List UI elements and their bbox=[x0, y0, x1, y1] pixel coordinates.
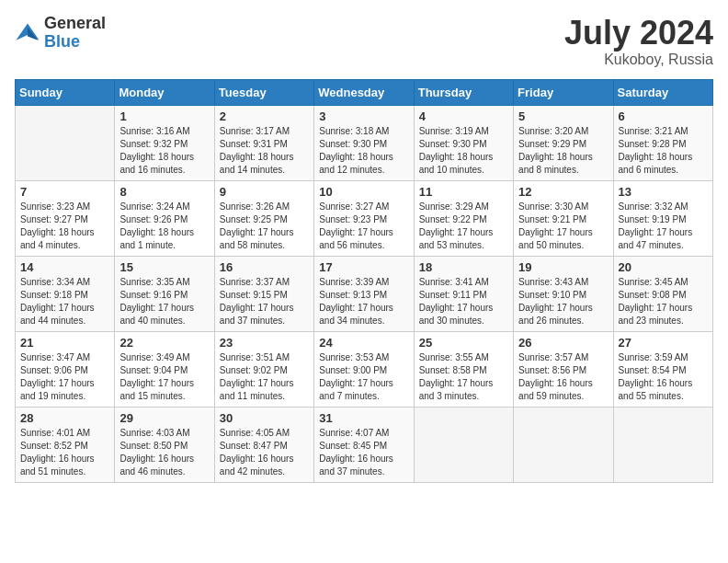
calendar-cell: 8Sunrise: 3:24 AM Sunset: 9:26 PM Daylig… bbox=[115, 180, 214, 256]
calendar-cell: 12Sunrise: 3:30 AM Sunset: 9:21 PM Dayli… bbox=[514, 180, 613, 256]
weekday-header-friday: Friday bbox=[514, 79, 613, 105]
calendar-cell: 18Sunrise: 3:41 AM Sunset: 9:11 PM Dayli… bbox=[414, 256, 513, 331]
calendar-cell: 27Sunrise: 3:59 AM Sunset: 8:54 PM Dayli… bbox=[613, 331, 712, 407]
day-number: 9 bbox=[220, 185, 309, 199]
day-number: 16 bbox=[220, 260, 309, 274]
day-info: Sunrise: 3:57 AM Sunset: 8:56 PM Dayligh… bbox=[518, 351, 608, 403]
page-header: General Blue July 2024 Kukoboy, Russia bbox=[15, 15, 713, 68]
day-info: Sunrise: 3:24 AM Sunset: 9:26 PM Dayligh… bbox=[119, 201, 209, 252]
calendar-cell bbox=[613, 407, 712, 482]
calendar-cell bbox=[16, 105, 115, 180]
day-number: 20 bbox=[619, 260, 708, 274]
calendar-cell: 9Sunrise: 3:26 AM Sunset: 9:25 PM Daylig… bbox=[214, 180, 313, 256]
svg-marker-1 bbox=[28, 27, 38, 40]
calendar-cell: 24Sunrise: 3:53 AM Sunset: 9:00 PM Dayli… bbox=[314, 331, 414, 407]
day-number: 10 bbox=[319, 185, 408, 199]
calendar-cell: 19Sunrise: 3:43 AM Sunset: 9:10 PM Dayli… bbox=[514, 256, 613, 331]
logo: General Blue bbox=[15, 15, 106, 52]
weekday-header-thursday: Thursday bbox=[414, 79, 513, 105]
weekday-header-row: SundayMondayTuesdayWednesdayThursdayFrid… bbox=[16, 79, 713, 105]
calendar-cell: 6Sunrise: 3:21 AM Sunset: 9:28 PM Daylig… bbox=[613, 105, 712, 180]
day-number: 15 bbox=[119, 260, 209, 274]
calendar-cell: 15Sunrise: 3:35 AM Sunset: 9:16 PM Dayli… bbox=[115, 256, 214, 331]
calendar-cell bbox=[514, 407, 613, 482]
day-info: Sunrise: 3:20 AM Sunset: 9:29 PM Dayligh… bbox=[518, 125, 608, 177]
calendar-cell: 23Sunrise: 3:51 AM Sunset: 9:02 PM Dayli… bbox=[214, 331, 313, 407]
day-info: Sunrise: 4:03 AM Sunset: 8:50 PM Dayligh… bbox=[119, 427, 209, 478]
day-info: Sunrise: 4:05 AM Sunset: 8:47 PM Dayligh… bbox=[220, 427, 309, 478]
day-info: Sunrise: 3:17 AM Sunset: 9:31 PM Dayligh… bbox=[220, 125, 309, 177]
day-info: Sunrise: 3:55 AM Sunset: 8:58 PM Dayligh… bbox=[419, 351, 508, 403]
logo-text-blue: Blue bbox=[44, 32, 80, 51]
calendar-cell: 31Sunrise: 4:07 AM Sunset: 8:45 PM Dayli… bbox=[314, 407, 414, 482]
calendar-cell: 2Sunrise: 3:17 AM Sunset: 9:31 PM Daylig… bbox=[214, 105, 313, 180]
calendar-cell: 14Sunrise: 3:34 AM Sunset: 9:18 PM Dayli… bbox=[16, 256, 115, 331]
calendar-cell: 10Sunrise: 3:27 AM Sunset: 9:23 PM Dayli… bbox=[314, 180, 414, 256]
day-number: 3 bbox=[319, 109, 408, 123]
day-info: Sunrise: 3:34 AM Sunset: 9:18 PM Dayligh… bbox=[20, 276, 109, 327]
calendar-cell: 5Sunrise: 3:20 AM Sunset: 9:29 PM Daylig… bbox=[514, 105, 613, 180]
logo-text-general: General bbox=[44, 15, 106, 33]
calendar-table: SundayMondayTuesdayWednesdayThursdayFrid… bbox=[15, 79, 713, 483]
day-info: Sunrise: 3:23 AM Sunset: 9:27 PM Dayligh… bbox=[20, 201, 109, 252]
calendar-week-row: 1Sunrise: 3:16 AM Sunset: 9:32 PM Daylig… bbox=[16, 105, 713, 180]
day-number: 26 bbox=[518, 336, 608, 350]
title-area: July 2024 Kukoboy, Russia bbox=[564, 15, 713, 68]
day-number: 5 bbox=[518, 109, 608, 123]
day-info: Sunrise: 3:30 AM Sunset: 9:21 PM Dayligh… bbox=[518, 201, 608, 252]
day-info: Sunrise: 3:35 AM Sunset: 9:16 PM Dayligh… bbox=[119, 276, 209, 327]
month-title: July 2024 bbox=[564, 15, 713, 52]
day-number: 18 bbox=[419, 260, 508, 274]
day-number: 1 bbox=[119, 109, 209, 123]
day-number: 17 bbox=[319, 260, 408, 274]
calendar-cell: 28Sunrise: 4:01 AM Sunset: 8:52 PM Dayli… bbox=[16, 407, 115, 482]
day-number: 27 bbox=[619, 336, 708, 350]
day-number: 21 bbox=[20, 336, 109, 350]
calendar-cell: 20Sunrise: 3:45 AM Sunset: 9:08 PM Dayli… bbox=[613, 256, 712, 331]
day-number: 24 bbox=[319, 336, 408, 350]
calendar-cell: 22Sunrise: 3:49 AM Sunset: 9:04 PM Dayli… bbox=[115, 331, 214, 407]
day-number: 6 bbox=[619, 109, 708, 123]
day-number: 2 bbox=[220, 109, 309, 123]
calendar-cell: 13Sunrise: 3:32 AM Sunset: 9:19 PM Dayli… bbox=[613, 180, 712, 256]
day-info: Sunrise: 3:49 AM Sunset: 9:04 PM Dayligh… bbox=[119, 351, 209, 403]
calendar-cell: 16Sunrise: 3:37 AM Sunset: 9:15 PM Dayli… bbox=[214, 256, 313, 331]
day-info: Sunrise: 3:26 AM Sunset: 9:25 PM Dayligh… bbox=[220, 201, 309, 252]
day-number: 29 bbox=[119, 411, 209, 425]
calendar-cell: 7Sunrise: 3:23 AM Sunset: 9:27 PM Daylig… bbox=[16, 180, 115, 256]
day-number: 23 bbox=[220, 336, 309, 350]
day-number: 11 bbox=[419, 185, 508, 199]
day-number: 22 bbox=[119, 336, 209, 350]
day-info: Sunrise: 3:27 AM Sunset: 9:23 PM Dayligh… bbox=[319, 201, 408, 252]
day-number: 7 bbox=[20, 185, 109, 199]
day-number: 13 bbox=[619, 185, 708, 199]
weekday-header-wednesday: Wednesday bbox=[314, 79, 414, 105]
day-number: 14 bbox=[20, 260, 109, 274]
calendar-week-row: 21Sunrise: 3:47 AM Sunset: 9:06 PM Dayli… bbox=[16, 331, 713, 407]
day-number: 25 bbox=[419, 336, 508, 350]
weekday-header-monday: Monday bbox=[115, 79, 214, 105]
day-number: 8 bbox=[119, 185, 209, 199]
day-info: Sunrise: 4:07 AM Sunset: 8:45 PM Dayligh… bbox=[319, 427, 408, 478]
day-info: Sunrise: 3:51 AM Sunset: 9:02 PM Dayligh… bbox=[220, 351, 309, 403]
day-info: Sunrise: 3:32 AM Sunset: 9:19 PM Dayligh… bbox=[619, 201, 708, 252]
day-number: 19 bbox=[518, 260, 608, 274]
day-info: Sunrise: 3:43 AM Sunset: 9:10 PM Dayligh… bbox=[518, 276, 608, 327]
day-info: Sunrise: 4:01 AM Sunset: 8:52 PM Dayligh… bbox=[20, 427, 109, 478]
calendar-cell: 26Sunrise: 3:57 AM Sunset: 8:56 PM Dayli… bbox=[514, 331, 613, 407]
calendar-cell: 11Sunrise: 3:29 AM Sunset: 9:22 PM Dayli… bbox=[414, 180, 513, 256]
day-number: 12 bbox=[518, 185, 608, 199]
calendar-cell: 25Sunrise: 3:55 AM Sunset: 8:58 PM Dayli… bbox=[414, 331, 513, 407]
day-info: Sunrise: 3:47 AM Sunset: 9:06 PM Dayligh… bbox=[20, 351, 109, 403]
calendar-cell: 3Sunrise: 3:18 AM Sunset: 9:30 PM Daylig… bbox=[314, 105, 414, 180]
calendar-cell: 1Sunrise: 3:16 AM Sunset: 9:32 PM Daylig… bbox=[115, 105, 214, 180]
day-number: 31 bbox=[319, 411, 408, 425]
day-number: 4 bbox=[419, 109, 508, 123]
weekday-header-sunday: Sunday bbox=[16, 79, 115, 105]
weekday-header-tuesday: Tuesday bbox=[214, 79, 313, 105]
day-info: Sunrise: 3:39 AM Sunset: 9:13 PM Dayligh… bbox=[319, 276, 408, 327]
day-info: Sunrise: 3:29 AM Sunset: 9:22 PM Dayligh… bbox=[419, 201, 508, 252]
day-info: Sunrise: 3:37 AM Sunset: 9:15 PM Dayligh… bbox=[220, 276, 309, 327]
calendar-cell bbox=[414, 407, 513, 482]
day-info: Sunrise: 3:41 AM Sunset: 9:11 PM Dayligh… bbox=[419, 276, 508, 327]
